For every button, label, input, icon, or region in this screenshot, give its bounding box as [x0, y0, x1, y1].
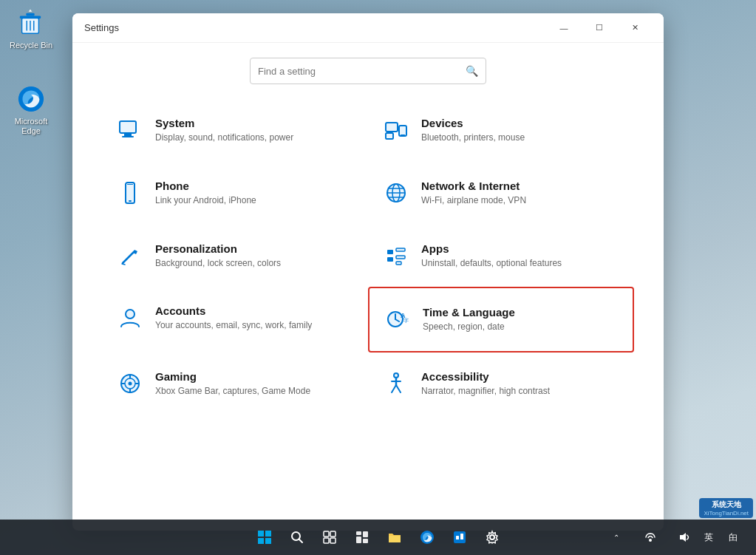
personalization-desc: Background, lock screen, colors [155, 257, 353, 270]
time-language-icon: A 字 [384, 306, 411, 333]
accounts-desc: Your accounts, email, sync, work, family [155, 319, 353, 332]
settings-item-system[interactable]: System Display, sound, notifications, po… [102, 99, 368, 162]
svg-rect-48 [258, 531, 264, 537]
widgets-button[interactable] [348, 523, 376, 551]
settings-item-time-language[interactable]: A 字 Time & Language Speech, region, date [368, 287, 634, 353]
tray-volume[interactable] [670, 523, 698, 551]
svg-rect-51 [265, 538, 271, 544]
gaming-desc: Xbox Game Bar, captures, Game Mode [155, 385, 353, 398]
gaming-text: Gaming Xbox Game Bar, captures, Game Mod… [155, 370, 353, 398]
tray-ime[interactable]: 甶 [719, 523, 747, 551]
svg-rect-12 [399, 126, 406, 136]
edge-icon [16, 84, 46, 114]
system-name: System [155, 117, 353, 129]
settings-item-devices[interactable]: Devices Bluetooth, printers, mouse [368, 99, 634, 162]
network-icon [383, 180, 409, 206]
svg-rect-2 [26, 13, 34, 16]
settings-item-phone[interactable]: Phone Link your Android, iPhone [102, 162, 368, 225]
svg-rect-14 [126, 183, 134, 203]
phone-icon [117, 180, 143, 206]
recycle-bin-label: Recycle Bin [10, 41, 52, 50]
title-bar: Settings — ☐ ✕ [72, 13, 664, 43]
site-watermark: 系统天地 XiTongTianDi.net [699, 498, 753, 518]
minimize-button[interactable]: — [547, 16, 581, 40]
settings-item-personalization[interactable]: Personalization Background, lock screen,… [102, 225, 368, 287]
taskbar: ⌃ 英 甶 [0, 520, 756, 555]
svg-rect-65 [456, 536, 459, 539]
apps-icon [383, 242, 409, 269]
svg-marker-69 [680, 533, 686, 542]
settings-item-accounts[interactable]: Accounts Your accounts, email, sync, wor… [102, 287, 368, 353]
start-button[interactable] [251, 523, 279, 551]
tray-language[interactable]: 英 [704, 531, 713, 544]
accounts-icon [117, 304, 143, 331]
phone-desc: Link your Android, iPhone [155, 194, 353, 207]
accounts-text: Accounts Your accounts, email, sync, wor… [155, 304, 353, 332]
settings-item-apps[interactable]: Apps Uninstall, defaults, optional featu… [368, 225, 634, 287]
svg-point-67 [490, 535, 494, 539]
devices-desc: Bluetooth, printers, mouse [421, 132, 619, 144]
svg-rect-28 [396, 256, 405, 259]
task-view-button[interactable] [316, 523, 344, 551]
svg-marker-23 [133, 250, 137, 254]
devices-name: Devices [421, 117, 619, 129]
svg-rect-57 [330, 538, 336, 543]
accessibility-desc: Narrator, magnifier, high contrast [421, 385, 619, 398]
svg-rect-9 [122, 136, 134, 137]
desktop-icon-edge[interactable]: MicrosoftEdge [1, 81, 61, 139]
svg-rect-54 [324, 531, 329, 537]
system-icon [117, 117, 143, 143]
phone-text: Phone Link your Android, iPhone [155, 180, 353, 207]
watermark-line2: XiTongTianDi.net [704, 510, 749, 517]
desktop-icon-recycle-bin[interactable]: Recycle Bin [1, 5, 61, 53]
taskbar-search-button[interactable] [283, 523, 311, 551]
gaming-icon [117, 370, 143, 397]
settings-window: Settings — ☐ ✕ 🔍 [72, 13, 664, 531]
watermark-line1: 系统天地 [712, 500, 741, 510]
network-text: Network & Internet Wi-Fi, airplane mode,… [421, 180, 619, 207]
tray-network[interactable] [636, 523, 664, 551]
svg-rect-64 [454, 531, 466, 543]
network-desc: Wi-Fi, airplane mode, VPN [421, 194, 619, 207]
search-input[interactable] [258, 66, 460, 77]
settings-item-accessibility[interactable]: Accessibility Narrator, magnifier, high … [368, 353, 634, 415]
personalization-text: Personalization Background, lock screen,… [155, 242, 353, 270]
svg-rect-55 [330, 531, 336, 537]
svg-rect-29 [396, 262, 401, 265]
svg-rect-25 [387, 250, 393, 254]
devices-icon [383, 117, 409, 143]
maximize-button[interactable]: ☐ [582, 16, 616, 40]
recycle-bin-icon [16, 8, 46, 38]
time-language-text: Time & Language Speech, region, date [423, 306, 618, 333]
svg-point-6 [18, 86, 44, 112]
apps-text: Apps Uninstall, defaults, optional featu… [421, 242, 619, 270]
system-tray: ⌃ 英 甶 [602, 523, 747, 551]
taskbar-edge-button[interactable] [413, 523, 441, 551]
settings-item-gaming[interactable]: Gaming Xbox Game Bar, captures, Game Mod… [102, 353, 368, 415]
personalization-name: Personalization [155, 242, 353, 255]
file-explorer-button[interactable] [381, 523, 409, 551]
close-button[interactable]: ✕ [618, 16, 652, 40]
svg-rect-16 [127, 184, 133, 185]
svg-line-45 [392, 385, 396, 392]
desktop: Recycle Bin MicrosoftEdge Settings — ☐ ✕ [0, 0, 756, 555]
svg-rect-49 [265, 531, 271, 537]
svg-rect-27 [387, 257, 393, 262]
devices-text: Devices Bluetooth, printers, mouse [421, 117, 619, 144]
taskbar-center [251, 523, 506, 551]
svg-line-24 [122, 264, 125, 265]
edge-label: MicrosoftEdge [15, 117, 48, 136]
svg-point-38 [129, 382, 132, 386]
tray-chevron[interactable]: ⌃ [602, 523, 630, 551]
taskbar-settings-button[interactable] [478, 523, 506, 551]
network-name: Network & Internet [421, 180, 619, 192]
apps-desc: Uninstall, defaults, optional features [421, 257, 619, 270]
svg-rect-10 [386, 123, 398, 132]
svg-line-22 [123, 251, 134, 263]
svg-rect-60 [356, 537, 361, 543]
svg-rect-50 [258, 538, 264, 544]
personalization-icon [117, 242, 143, 269]
settings-item-network[interactable]: Network & Internet Wi-Fi, airplane mode,… [368, 162, 634, 225]
time-language-desc: Speech, region, date [423, 321, 618, 333]
taskbar-store-button[interactable] [446, 523, 474, 551]
